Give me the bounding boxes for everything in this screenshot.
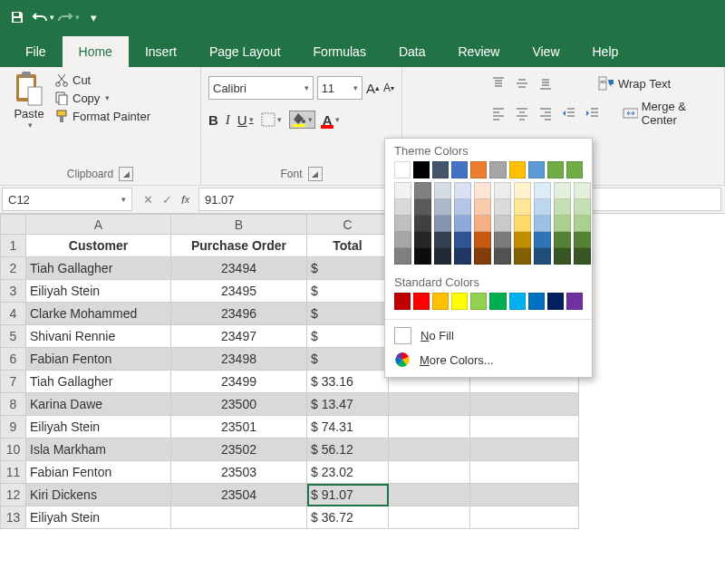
tab-insert[interactable]: Insert (129, 36, 193, 67)
column-header[interactable] (1, 215, 26, 235)
theme-shade-swatch[interactable] (554, 182, 571, 199)
theme-shade-swatch[interactable] (414, 182, 431, 199)
theme-shade-swatch[interactable] (534, 216, 551, 232)
cell[interactable]: Isla Markham (26, 439, 171, 461)
cell[interactable]: $ 13.47 (307, 393, 389, 416)
theme-shade-swatch[interactable] (454, 216, 471, 232)
font-name-combo[interactable]: Calibri▾ (208, 76, 314, 100)
theme-shade-swatch[interactable] (474, 182, 491, 199)
name-box[interactable]: C12▾ (2, 188, 132, 211)
row-header[interactable]: 9 (1, 416, 26, 439)
theme-shade-swatch[interactable] (514, 182, 531, 199)
theme-shade-swatch[interactable] (494, 248, 511, 265)
theme-shade-swatch[interactable] (494, 232, 511, 248)
theme-shade-swatch[interactable] (414, 232, 431, 248)
decrease-indent-button[interactable] (562, 106, 576, 120)
theme-shade-swatch[interactable] (394, 232, 411, 248)
row-header[interactable]: 7 (1, 371, 26, 393)
decrease-font-button[interactable]: A▾ (383, 82, 394, 94)
align-middle-button[interactable] (515, 76, 529, 91)
theme-shade-swatch[interactable] (474, 248, 491, 265)
tab-file[interactable]: File (9, 36, 63, 67)
theme-swatch[interactable] (528, 161, 545, 178)
cell[interactable] (470, 416, 579, 439)
cell[interactable]: $ (307, 303, 389, 325)
undo-button[interactable]: ▾ (31, 5, 54, 29)
align-top-button[interactable] (491, 76, 506, 91)
align-center-button[interactable] (515, 106, 529, 120)
cell[interactable]: Customer (26, 235, 171, 257)
theme-shade-swatch[interactable] (454, 199, 471, 216)
paste-button[interactable]: Paste ▾ (7, 71, 51, 130)
merge-center-button[interactable]: Merge & Center (623, 100, 717, 127)
cell[interactable] (389, 461, 470, 484)
clipboard-dialog-launcher[interactable]: ◢ (119, 167, 133, 181)
save-button[interactable] (5, 5, 29, 29)
theme-shade-swatch[interactable] (574, 182, 591, 199)
theme-shade-swatch[interactable] (394, 199, 411, 216)
cell[interactable]: $ 36.72 (307, 506, 389, 529)
cell[interactable]: Eiliyah Stein (26, 280, 171, 303)
theme-shade-swatch[interactable] (434, 199, 451, 216)
align-left-button[interactable] (491, 106, 506, 120)
cell[interactable] (389, 439, 470, 461)
align-bottom-button[interactable] (538, 76, 553, 91)
copy-button[interactable]: Copy▾ (54, 91, 150, 105)
cell[interactable]: Fabian Fenton (26, 348, 171, 371)
theme-shade-swatch[interactable] (574, 248, 591, 265)
standard-swatch[interactable] (489, 293, 506, 310)
fill-color-button[interactable]: ▾ (289, 111, 315, 129)
cell[interactable]: Purchase Order (171, 235, 307, 257)
cell[interactable]: 23498 (171, 348, 307, 371)
row-header[interactable]: 6 (1, 348, 26, 371)
standard-swatch[interactable] (451, 293, 468, 310)
cell[interactable]: $ (307, 348, 389, 371)
theme-shade-swatch[interactable] (434, 182, 451, 199)
theme-shade-swatch[interactable] (514, 232, 531, 248)
theme-shade-swatch[interactable] (514, 216, 531, 232)
cell[interactable]: $ 74.31 (307, 416, 389, 439)
standard-swatch[interactable] (432, 293, 449, 310)
cell[interactable]: Kiri Dickens (26, 484, 171, 506)
font-dialog-launcher[interactable]: ◢ (308, 167, 323, 181)
tab-data[interactable]: Data (382, 36, 442, 67)
tab-help[interactable]: Help (576, 36, 635, 67)
cut-button[interactable]: Cut (54, 72, 150, 87)
row-header[interactable]: 13 (1, 506, 26, 529)
row-header[interactable]: 12 (1, 484, 26, 506)
theme-shade-swatch[interactable] (494, 199, 511, 216)
theme-shade-swatch[interactable] (454, 232, 471, 248)
cell[interactable] (389, 484, 470, 506)
theme-shade-swatch[interactable] (414, 199, 431, 216)
theme-shade-swatch[interactable] (494, 182, 511, 199)
theme-shade-swatch[interactable] (434, 216, 451, 232)
insert-function-button[interactable]: fx (181, 193, 189, 207)
redo-button[interactable]: ▾ (56, 5, 80, 29)
cell[interactable]: Clarke Mohammed (26, 303, 171, 325)
cell[interactable]: 23496 (171, 303, 307, 325)
standard-swatch[interactable] (394, 293, 411, 310)
cell[interactable]: Tiah Gallagher (26, 371, 171, 393)
wrap-text-button[interactable]: abWrap Text (598, 76, 671, 91)
row-header[interactable]: 4 (1, 303, 26, 325)
theme-shade-swatch[interactable] (534, 248, 551, 265)
enter-formula-button[interactable]: ✓ (162, 193, 172, 207)
theme-shade-swatch[interactable] (554, 199, 571, 216)
theme-shade-swatch[interactable] (394, 216, 411, 232)
cell[interactable] (470, 393, 579, 416)
cell[interactable] (470, 506, 579, 529)
tab-home[interactable]: Home (63, 36, 129, 67)
theme-swatch[interactable] (432, 161, 449, 178)
theme-shade-swatch[interactable] (534, 182, 551, 199)
theme-shade-swatch[interactable] (414, 248, 431, 265)
cell[interactable]: 23494 (171, 257, 307, 280)
theme-swatch[interactable] (566, 161, 583, 178)
cell[interactable]: Karina Dawe (26, 393, 171, 416)
cell[interactable]: 23503 (171, 461, 307, 484)
theme-shade-swatch[interactable] (554, 248, 571, 265)
row-header[interactable]: 8 (1, 393, 26, 416)
cell[interactable]: $ (307, 280, 389, 303)
increase-font-button[interactable]: A▴ (366, 81, 380, 96)
tab-review[interactable]: Review (442, 36, 517, 67)
theme-swatch[interactable] (451, 161, 468, 178)
